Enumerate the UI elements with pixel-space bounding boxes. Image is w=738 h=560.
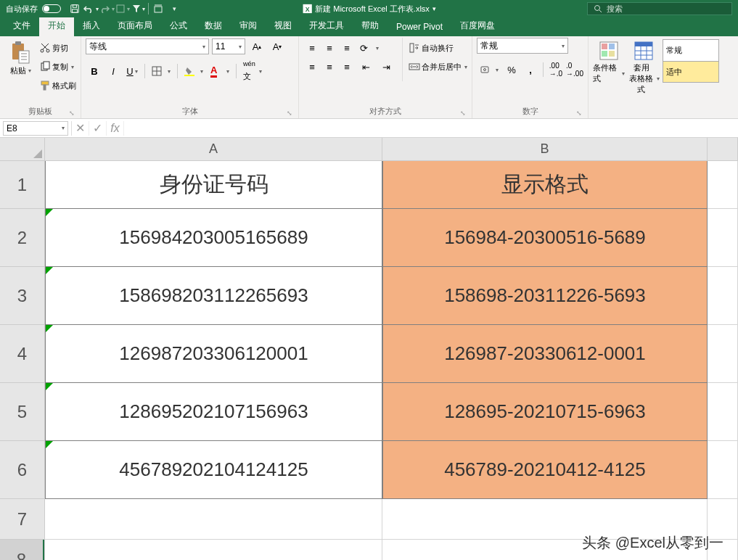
format-painter-button[interactable]: 格式刷 bbox=[39, 77, 76, 94]
spreadsheet-grid[interactable]: AB 12345678 身份证号码显示格式1569842030051656891… bbox=[0, 138, 738, 560]
insert-function-button[interactable]: fx bbox=[107, 121, 124, 136]
cell[interactable]: 156984-20300516-5689 bbox=[382, 209, 708, 267]
row-header-3[interactable]: 3 bbox=[0, 267, 44, 325]
confirm-formula-button[interactable]: ✓ bbox=[89, 121, 107, 136]
underline-button[interactable]: U▾ bbox=[123, 62, 141, 80]
cell[interactable]: 126987203306120001 bbox=[45, 325, 382, 383]
border-button[interactable]: ▾ bbox=[149, 62, 173, 80]
search-box[interactable]: 搜索 bbox=[587, 2, 732, 15]
font-name-combo[interactable]: 等线▾ bbox=[86, 38, 209, 54]
tab-数据[interactable]: 数据 bbox=[196, 15, 231, 36]
qat-more-icon[interactable] bbox=[150, 1, 166, 17]
accounting-format-button[interactable]: ▾ bbox=[477, 61, 501, 78]
increase-indent-button[interactable]: ⇥ bbox=[377, 58, 395, 75]
align-top-button[interactable]: ≡ bbox=[303, 39, 321, 57]
cell[interactable]: 456789202104124125 bbox=[45, 441, 382, 499]
font-size-combo[interactable]: 11▾ bbox=[212, 38, 245, 54]
svg-rect-28 bbox=[184, 75, 194, 76]
cancel-formula-button[interactable]: ✕ bbox=[72, 121, 89, 136]
align-middle-button[interactable]: ≡ bbox=[321, 39, 338, 57]
phonetic-button[interactable]: wén文▾ bbox=[240, 62, 265, 80]
tab-Power Pivot[interactable]: Power Pivot bbox=[388, 17, 451, 36]
svg-rect-12 bbox=[15, 41, 21, 45]
row-header-4[interactable]: 4 bbox=[0, 325, 44, 383]
row-header-8[interactable]: 8 bbox=[0, 540, 44, 560]
select-all-corner[interactable] bbox=[0, 138, 45, 161]
row-header-7[interactable]: 7 bbox=[0, 499, 44, 540]
cell-style-normal[interactable]: 常规 bbox=[663, 39, 719, 61]
cell-style-neutral[interactable]: 适中 bbox=[663, 61, 719, 83]
cell[interactable]: 126987-20330612-0001 bbox=[382, 325, 708, 383]
cell[interactable] bbox=[708, 325, 738, 383]
formula-input[interactable] bbox=[124, 121, 738, 136]
cell[interactable] bbox=[708, 383, 738, 441]
autosave-toggle[interactable]: 自动保存 bbox=[0, 4, 67, 15]
wrap-text-button[interactable]: 自动换行 bbox=[409, 39, 467, 57]
row-header-1[interactable]: 1 bbox=[0, 161, 44, 209]
percent-button[interactable]: % bbox=[503, 61, 520, 78]
tab-审阅[interactable]: 审阅 bbox=[231, 15, 266, 36]
cell[interactable]: 128695202107156963 bbox=[45, 383, 382, 441]
format-as-table-button[interactable]: 套用 表格格式▾ bbox=[628, 38, 660, 95]
tab-插入[interactable]: 插入 bbox=[74, 15, 109, 36]
tab-开始[interactable]: 开始 bbox=[39, 15, 74, 36]
tab-页面布局[interactable]: 页面布局 bbox=[109, 15, 161, 36]
tab-文件[interactable]: 文件 bbox=[4, 15, 39, 36]
filter-icon[interactable]: ▾ bbox=[131, 1, 147, 17]
align-right-button[interactable]: ≡ bbox=[338, 58, 356, 75]
column-header-B[interactable]: B bbox=[382, 138, 708, 160]
cell[interactable] bbox=[708, 441, 738, 499]
redo-icon[interactable]: ▾ bbox=[99, 1, 115, 17]
cell[interactable]: 显示格式 bbox=[382, 161, 708, 209]
number-format-combo[interactable]: 常规▾ bbox=[477, 38, 568, 54]
cell[interactable] bbox=[45, 540, 382, 560]
cell[interactable]: 128695-20210715-6963 bbox=[382, 383, 708, 441]
copy-button[interactable]: 复制▾ bbox=[39, 58, 76, 75]
cut-button[interactable]: 剪切 bbox=[39, 39, 76, 57]
cell[interactable]: 156984203005165689 bbox=[45, 209, 382, 267]
tab-视图[interactable]: 视图 bbox=[266, 15, 300, 36]
orientation-button[interactable]: ⟳▾ bbox=[357, 39, 382, 57]
comma-button[interactable]: , bbox=[522, 61, 539, 78]
qat-icon1[interactable]: ▾ bbox=[115, 1, 131, 17]
cell[interactable]: 身份证号码 bbox=[45, 161, 382, 209]
font-color-button[interactable]: A▾ bbox=[208, 62, 232, 80]
cell[interactable]: 158698203112265693 bbox=[45, 267, 382, 325]
decrease-indent-button[interactable]: ⇤ bbox=[357, 58, 374, 75]
column-header-blank[interactable] bbox=[708, 138, 738, 160]
row-header-2[interactable]: 2 bbox=[0, 209, 44, 267]
tab-百度网盘[interactable]: 百度网盘 bbox=[451, 15, 504, 36]
merge-center-button[interactable]: 合并后居中▾ bbox=[409, 58, 467, 75]
align-bottom-button[interactable]: ≡ bbox=[338, 39, 356, 57]
row-header-5[interactable]: 5 bbox=[0, 383, 44, 441]
tab-帮助[interactable]: 帮助 bbox=[353, 15, 388, 36]
name-box[interactable]: E8▾ bbox=[3, 121, 68, 136]
cell[interactable]: 456789-20210412-4125 bbox=[382, 441, 708, 499]
tab-公式[interactable]: 公式 bbox=[161, 15, 196, 36]
row-header-6[interactable]: 6 bbox=[0, 441, 44, 499]
cell[interactable] bbox=[708, 267, 738, 325]
decrease-decimal-button[interactable]: .0→.00 bbox=[566, 61, 583, 78]
paste-button[interactable]: 粘贴▾ bbox=[4, 38, 36, 76]
cell[interactable] bbox=[708, 161, 738, 209]
save-icon[interactable] bbox=[67, 1, 83, 17]
align-left-button[interactable]: ≡ bbox=[303, 58, 321, 75]
increase-decimal-button[interactable]: .00→.0 bbox=[547, 61, 565, 78]
decrease-font-button[interactable]: A▾ bbox=[268, 38, 286, 55]
customize-qat-icon[interactable]: ▾ bbox=[166, 1, 182, 17]
increase-font-button[interactable]: A▴ bbox=[248, 38, 266, 55]
cell[interactable]: 158698-20311226-5693 bbox=[382, 267, 708, 325]
fill-color-button[interactable]: ▾ bbox=[181, 62, 206, 80]
cell[interactable] bbox=[708, 209, 738, 267]
bold-button[interactable]: B bbox=[86, 62, 103, 80]
toggle-switch[interactable] bbox=[42, 4, 61, 13]
column-header-A[interactable]: A bbox=[45, 138, 382, 160]
search-placeholder: 搜索 bbox=[607, 4, 623, 15]
italic-button[interactable]: I bbox=[104, 62, 122, 80]
undo-icon[interactable]: ▾ bbox=[83, 1, 99, 17]
cell[interactable] bbox=[45, 499, 382, 540]
align-center-button[interactable]: ≡ bbox=[321, 58, 338, 75]
conditional-format-button[interactable]: 条件格式▾ bbox=[593, 38, 625, 84]
tab-开发工具[interactable]: 开发工具 bbox=[300, 15, 353, 36]
ribbon-group-alignment: ≡ ≡ ≡ ≡ ≡ ≡ ⟳▾ ⇤ ⇥ bbox=[299, 36, 472, 118]
